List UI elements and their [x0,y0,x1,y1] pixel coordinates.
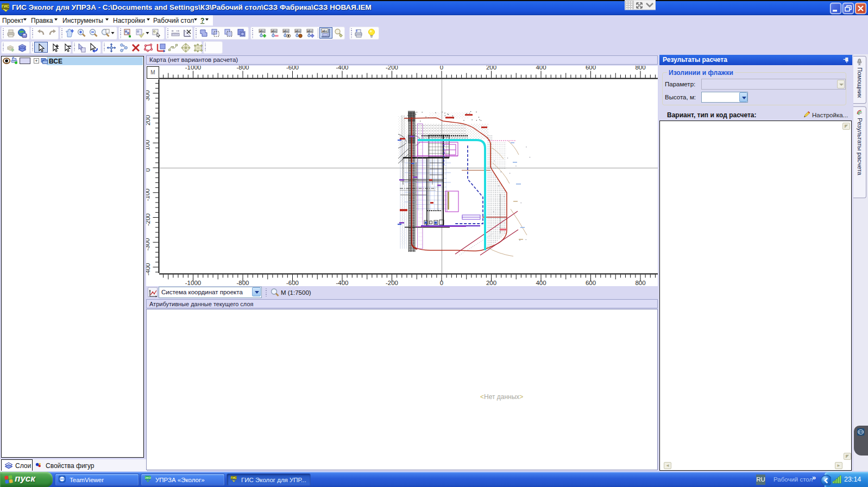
svg-text:300: 300 [146,90,151,100]
svg-text:ГИС: ГИС [231,476,237,479]
svg-text:600: 600 [586,66,596,71]
svg-text:-1000: -1000 [185,280,201,286]
svg-text:-600: -600 [286,66,299,71]
svg-text:-400: -400 [146,263,151,275]
svg-text:400: 400 [536,66,546,71]
svg-text:-600: -600 [286,280,299,286]
svg-text:100: 100 [146,140,151,150]
svg-text:abc: abc [295,29,301,33]
svg-text:-300: -300 [146,238,151,251]
svg-text:abc: abc [322,29,328,33]
svg-text:abc: abc [272,29,277,33]
svg-text:0: 0 [440,280,443,286]
svg-text:abc: abc [307,29,313,33]
svg-text:800: 800 [635,280,645,286]
svg-text:-800: -800 [236,280,249,286]
svg-text:-800: -800 [236,66,249,71]
svg-text:abc: abc [260,29,265,33]
svg-text:0: 0 [440,66,443,71]
svg-text:-200: -200 [386,280,398,286]
svg-text:-200: -200 [146,213,151,226]
svg-text:0: 0 [146,168,151,172]
svg-text:-400: -400 [336,280,348,286]
svg-text:800: 800 [635,66,645,71]
svg-text:abc: abc [284,29,289,33]
svg-text:600: 600 [586,280,596,286]
svg-text:200: 200 [486,66,496,71]
svg-text:-200: -200 [386,66,398,71]
svg-text:200: 200 [146,115,151,125]
svg-text:400: 400 [536,280,546,286]
svg-text:-400: -400 [336,66,348,71]
svg-text:-100: -100 [146,188,151,201]
svg-text:ГИС: ГИС [2,4,9,8]
svg-text:ЭКО: ЭКО [145,476,151,479]
svg-text:200: 200 [486,280,496,286]
svg-text:-1000: -1000 [185,66,201,71]
